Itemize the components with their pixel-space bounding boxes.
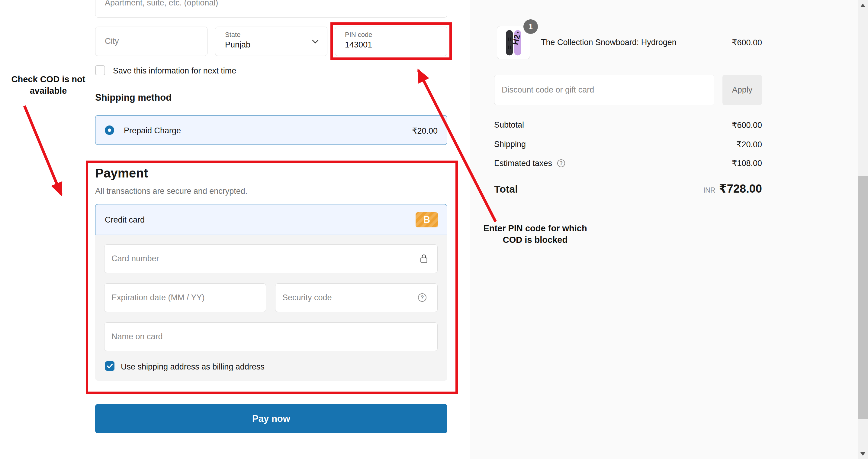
- security-code-input[interactable]: [275, 283, 438, 312]
- save-info-label: Save this information for next time: [113, 66, 236, 76]
- total-label: Total: [494, 183, 518, 195]
- cod-annotation-note: Check COD is not available: [6, 74, 91, 96]
- shipping-option-label: Prepaid Charge: [124, 126, 181, 136]
- checkout-form-pane: State Punjab PIN code 143001 Save this i…: [0, 0, 470, 459]
- security-code-help-icon[interactable]: ?: [418, 293, 427, 302]
- shipping-method-heading: Shipping method: [95, 92, 172, 103]
- discount-code-input[interactable]: [494, 75, 714, 105]
- scroll-up-icon[interactable]: [861, 4, 865, 7]
- shipping-label: Shipping: [494, 140, 526, 149]
- scrollbar-thumb[interactable]: [858, 176, 868, 419]
- payment-subheading: All transactions are secure and encrypte…: [95, 187, 247, 196]
- state-label: State: [225, 31, 240, 39]
- scrollbar-track[interactable]: [858, 0, 868, 459]
- pay-now-button[interactable]: Pay now: [95, 404, 447, 433]
- card-number-input[interactable]: [104, 244, 438, 273]
- total-value: ₹728.00: [719, 182, 762, 195]
- subtotal-value: ₹600.00: [732, 120, 762, 130]
- taxes-value: ₹108.00: [732, 159, 762, 168]
- scroll-down-icon[interactable]: [861, 452, 865, 456]
- chevron-down-icon: [312, 39, 319, 45]
- checkout-page: State Punjab PIN code 143001 Save this i…: [0, 0, 868, 459]
- pin-code-input[interactable]: PIN code 143001: [335, 27, 447, 56]
- shipping-value: ₹20.00: [736, 140, 762, 149]
- city-input[interactable]: [95, 27, 208, 56]
- bogus-gateway-icon: B: [415, 212, 438, 227]
- payment-heading: Payment: [95, 166, 148, 180]
- state-select[interactable]: State Punjab: [215, 27, 328, 56]
- lock-icon: [420, 254, 428, 265]
- item-price: ₹600.00: [732, 38, 762, 48]
- pin-code-value: 143001: [345, 40, 372, 50]
- taxes-help-icon[interactable]: ?: [557, 159, 565, 167]
- pin-annotation-note: Enter PIN code for which COD is blocked: [470, 223, 600, 246]
- credit-card-form: ? Use shipping address as billing addres…: [95, 235, 447, 381]
- expiration-date-input[interactable]: [104, 283, 266, 312]
- item-title: The Collection Snowboard: Hydrogen: [541, 38, 677, 48]
- radio-selected-icon[interactable]: [105, 125, 114, 135]
- shipping-option-price: ₹20.00: [412, 126, 438, 136]
- total-currency: INR: [704, 186, 715, 194]
- billing-address-checkbox[interactable]: [105, 361, 115, 371]
- state-value: Punjab: [225, 40, 250, 50]
- name-on-card-input[interactable]: [104, 322, 438, 351]
- credit-card-label: Credit card: [105, 215, 145, 225]
- credit-card-option[interactable]: Credit card B: [95, 204, 447, 235]
- billing-address-label: Use shipping address as billing address: [121, 362, 265, 372]
- shipping-option-prepaid[interactable]: Prepaid Charge ₹20.00: [95, 115, 447, 145]
- apartment-input[interactable]: [95, 0, 447, 18]
- taxes-label: Estimated taxes: [494, 159, 552, 168]
- subtotal-label: Subtotal: [494, 120, 524, 130]
- save-info-checkbox[interactable]: [95, 65, 105, 75]
- pin-code-label: PIN code: [345, 31, 372, 39]
- item-quantity-badge: 1: [523, 19, 538, 34]
- apply-discount-button[interactable]: Apply: [722, 75, 762, 105]
